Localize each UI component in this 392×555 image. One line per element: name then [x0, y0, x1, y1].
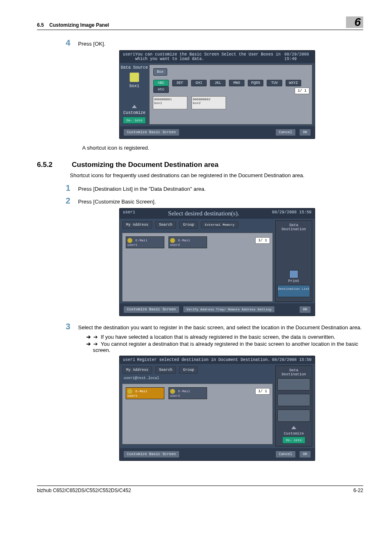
- box-item-2[interactable]: 000000002 box2: [191, 96, 226, 109]
- slot-1[interactable]: [277, 378, 310, 391]
- tab-tuv[interactable]: TUV: [267, 80, 282, 86]
- pager: 1/ 1: [295, 88, 309, 94]
- tab-def[interactable]: DEF: [172, 80, 188, 86]
- cancel-button[interactable]: Cancel: [275, 129, 296, 136]
- step-number: 4: [66, 38, 78, 48]
- pager: 1/ 1: [255, 237, 270, 244]
- customize-basic-screen-button[interactable]: Customize Basic Screen: [123, 306, 180, 313]
- step-3: 3 Select the destination you want to reg…: [66, 322, 363, 331]
- panel-user: user1: [123, 52, 135, 61]
- box-name: box1: [154, 101, 186, 105]
- dest-list-label: Destination List: [278, 285, 310, 291]
- tab-group[interactable]: Group: [179, 366, 198, 374]
- tab-abc[interactable]: ABC: [153, 80, 169, 86]
- box-button[interactable]: Box: [153, 68, 167, 76]
- box-item-1[interactable]: 000000001 box1: [153, 96, 187, 109]
- section-title: Customizing Image Panel: [49, 22, 109, 28]
- tab-group[interactable]: Group: [179, 221, 198, 229]
- dest-type: E-Mail: [178, 238, 190, 242]
- bullet-2: ➔ You cannot register a destination that…: [86, 341, 363, 353]
- delete-button[interactable]: De- lete: [123, 117, 146, 124]
- dest-name: user2: [170, 394, 180, 398]
- tab-jkl[interactable]: JKL: [210, 80, 226, 86]
- step-text: Press [Customize Basic Screen].: [78, 196, 156, 206]
- verify-address-button[interactable]: Verify Address Tray/ Remote Address Sett…: [183, 306, 275, 313]
- tab-external-memory[interactable]: External Memory: [201, 221, 238, 228]
- step-number: 2: [66, 196, 78, 206]
- slot-3[interactable]: [277, 409, 310, 422]
- tab-ghi[interactable]: GHI: [191, 80, 207, 86]
- step-text: Select the destination you want to regis…: [78, 322, 362, 331]
- footer-page: 6-22: [353, 488, 363, 493]
- screenshot-register-destination: user1 Register selected destination in D…: [119, 356, 315, 461]
- step-text: Press [Destination List] in the "Data De…: [78, 183, 206, 193]
- panel-message: You can customize the Basic Screen Selec…: [135, 52, 284, 61]
- bullet-1: ➔ If you have selected a location that i…: [86, 334, 363, 340]
- dest-type: E-Mail: [136, 238, 148, 242]
- ok-button[interactable]: OK: [299, 129, 311, 136]
- email-icon: [170, 389, 175, 394]
- pager: 1/ 1: [255, 388, 270, 395]
- step-1: 1 Press [Destination List] in the "Data …: [66, 183, 363, 193]
- data-source-label: Data Source: [120, 65, 148, 70]
- step-3-bullets: ➔ If you have selected a location that i…: [86, 334, 363, 353]
- footer-model: bizhub C652/C652DS/C552/C552DS/C452: [37, 488, 131, 493]
- email-icon: [170, 238, 175, 243]
- tab-etc[interactable]: etc: [153, 86, 169, 93]
- header-rule: [37, 30, 363, 30]
- intro-text: Shortcut icons for frequently used desti…: [70, 172, 363, 178]
- dest-item-1-selected[interactable]: E-Mail user1: [126, 387, 164, 399]
- ok-button[interactable]: OK: [299, 306, 311, 313]
- tab-search[interactable]: Search: [155, 366, 176, 374]
- delete-button[interactable]: De- lete: [282, 437, 305, 444]
- page-header: 6.5 Customizing Image Panel 6: [37, 16, 363, 28]
- customize-label: Customize: [277, 432, 310, 436]
- subsection-title: Customizing the Document Destination are…: [72, 161, 219, 169]
- panel-datetime: 08/29/2008 15:49: [284, 52, 311, 61]
- customize-basic-screen-button[interactable]: Customize Basic Screen: [123, 129, 180, 136]
- tab-wxyz[interactable]: WXYZ: [286, 80, 301, 86]
- slot-2[interactable]: [277, 394, 310, 406]
- panel-datetime: 08/29/2008 15:50: [272, 210, 311, 217]
- dest-name: user2: [170, 243, 180, 247]
- box-id: 000000001: [154, 97, 186, 101]
- selected-email: user1@test.local: [120, 376, 275, 382]
- dest-type: E-Mail: [178, 389, 190, 393]
- up-arrow-icon: [132, 105, 137, 108]
- data-destination-panel: Data Destination Print Destination List: [275, 220, 312, 302]
- data-destination-panel: Data Destination Customize De- lete: [275, 365, 312, 446]
- cancel-button[interactable]: Cancel: [275, 451, 296, 458]
- step-text: Press [OK].: [78, 38, 105, 48]
- subsection-heading: 6.5.2 Customizing the Document Destinati…: [37, 161, 363, 169]
- dest-type: E-Mail: [136, 389, 148, 393]
- tab-mno[interactable]: MNO: [229, 80, 244, 86]
- email-icon: [127, 389, 132, 394]
- step-2: 2 Press [Customize Basic Screen].: [66, 196, 363, 206]
- right-title: Data Destination: [277, 368, 310, 377]
- panel-title: Select desired destination(s).: [168, 210, 239, 217]
- dest-item-2[interactable]: E-Mail user2: [168, 387, 207, 399]
- up-arrow-icon: [291, 426, 296, 429]
- dest-name: user1: [127, 243, 137, 247]
- page-footer: bizhub C652/C652DS/C552/C552DS/C452 6-22: [37, 486, 363, 493]
- customize-basic-screen-button[interactable]: Customize Basic Screen: [123, 451, 180, 458]
- ok-button[interactable]: OK: [299, 451, 311, 458]
- print-label: Print: [288, 279, 299, 283]
- subsection-number: 6.5.2: [37, 161, 70, 169]
- panel-user: user1: [123, 358, 135, 362]
- destination-list-button[interactable]: Destination List: [277, 285, 310, 297]
- dest-item-2[interactable]: E-Mail user2: [168, 236, 207, 248]
- screenshot-customize-box: user1 You can customize the Basic Screen…: [119, 50, 315, 139]
- tab-my-address[interactable]: My Address: [122, 366, 152, 374]
- result-text: A shortcut icon is registered.: [82, 145, 363, 151]
- screenshot-select-destination: user1 Select desired destination(s). 08/…: [119, 208, 315, 316]
- panel-user: user1: [123, 210, 135, 217]
- customize-label: Customize: [120, 111, 148, 115]
- tab-pqrs[interactable]: PQRS: [248, 80, 263, 86]
- dest-item-1[interactable]: E-Mail user1: [126, 236, 164, 248]
- box-icon: [129, 72, 139, 82]
- tab-my-address[interactable]: My Address: [122, 221, 152, 229]
- step-number: 1: [66, 183, 78, 193]
- tab-search[interactable]: Search: [155, 221, 176, 229]
- section-number: 6.5: [37, 22, 44, 28]
